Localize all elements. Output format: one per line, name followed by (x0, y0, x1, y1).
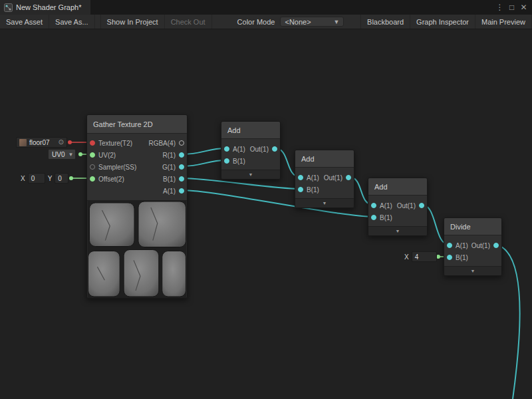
save-asset-button[interactable]: Save Asset (0, 15, 49, 29)
tab-new-shader-graph[interactable]: New Shader Graph* (0, 0, 90, 15)
port-row-r: R(1) (146, 149, 187, 161)
node-gather-texture-2d[interactable]: Gather Texture 2D Texture(T2) UV(2) Samp… (86, 114, 188, 299)
port-row-b: B(1) (368, 211, 427, 223)
output-ports-column: RGBA(4) R(1) G(1) B(1) A(1) (146, 137, 187, 197)
b-input-port[interactable] (447, 255, 452, 260)
close-icon[interactable]: ✕ (519, 3, 529, 12)
blackboard-toggle-button[interactable]: Blackboard (360, 15, 410, 29)
node-title[interactable]: Add (368, 178, 427, 196)
color-mode-value: <None> (285, 18, 311, 26)
offset-input-port[interactable] (90, 176, 95, 182)
a-input-port[interactable] (298, 175, 303, 180)
toolbar-spacer (344, 15, 360, 29)
port-row-out: Out(1) (247, 143, 280, 155)
divide-b-input[interactable]: 4 (412, 251, 437, 262)
out-output-port[interactable] (272, 146, 277, 152)
chevron-down-icon: ▼ (323, 201, 327, 205)
collapse-preview-button[interactable]: ▼ (221, 170, 280, 179)
check-out-button: Check Out (165, 15, 212, 29)
input-ports-column: Texture(T2) UV(2) Sampler(SS) Offset(2) (87, 137, 139, 197)
b-input-port[interactable] (224, 158, 229, 164)
b-output-port[interactable] (179, 176, 184, 182)
out-output-port[interactable] (419, 203, 424, 208)
graph-canvas[interactable]: floor07 ⊙ UV0 ▼ X 0 Y 0 Gather Texture 2… (0, 29, 532, 399)
node-add-2[interactable]: Add A(1) B(1) Out(1) ▼ (295, 150, 354, 208)
texture-input-port[interactable] (90, 140, 95, 146)
maximize-icon[interactable]: □ (507, 3, 517, 12)
shader-graph-icon (4, 3, 13, 12)
tab-title: New Shader Graph* (16, 3, 81, 11)
connector-dot-texture[interactable] (68, 140, 72, 144)
collapse-preview-button[interactable]: ▼ (444, 266, 501, 275)
port-row-sampler: Sampler(SS) (87, 161, 139, 173)
node-add-1[interactable]: Add A(1) B(1) Out(1) ▼ (221, 121, 281, 180)
connector-dot-uv[interactable] (78, 152, 82, 156)
node-preview-texture (87, 200, 187, 298)
node-add-3[interactable]: Add A(1) B(1) Out(1) ▼ (368, 178, 428, 236)
a-input-port[interactable] (224, 146, 229, 152)
port-row-texture: Texture(T2) (87, 137, 139, 149)
port-row-out: Out(1) (321, 172, 354, 184)
color-mode-dropdown[interactable]: <None> ▼ (280, 17, 344, 27)
port-row-out: Out(1) (469, 239, 501, 251)
node-title[interactable]: Add (221, 122, 280, 139)
chevron-down-icon: ▼ (471, 269, 475, 273)
save-as-button[interactable]: Save As... (49, 15, 95, 29)
port-row-b: B(1) (295, 184, 354, 196)
a-input-port[interactable] (447, 243, 452, 248)
object-picker-icon[interactable]: ⊙ (59, 139, 64, 146)
node-title[interactable]: Divide (444, 218, 501, 235)
out-output-port[interactable] (346, 175, 351, 180)
offset-y-input[interactable]: 0 (55, 173, 68, 184)
offset-vector2-field: X 0 Y 0 (21, 173, 68, 184)
port-row-b: B(1) (146, 173, 187, 185)
port-row-g: G(1) (146, 161, 187, 173)
port-row-b: B(1) (444, 251, 501, 263)
collapse-preview-button[interactable]: ▼ (368, 226, 427, 235)
connector-dot-offset[interactable] (69, 176, 73, 180)
graph-inspector-toggle-button[interactable]: Graph Inspector (410, 15, 475, 29)
wire-b-to-add2-b[interactable] (182, 178, 300, 189)
collapse-preview-button[interactable]: ▼ (295, 198, 354, 207)
port-row-a: A(1) (146, 185, 187, 197)
wire-g-to-add1-b[interactable] (182, 160, 226, 166)
divide-b-field: X 4 (404, 251, 437, 262)
connector-dot-divide-b[interactable] (436, 255, 440, 259)
uv-channel-value: UV0 (52, 151, 65, 158)
node-title[interactable]: Add (295, 150, 354, 168)
node-title[interactable]: Gather Texture 2D (87, 115, 187, 134)
sampler-input-port[interactable] (90, 164, 95, 170)
offset-x-input[interactable]: 0 (28, 173, 45, 184)
dropdown-arrow-icon: ▼ (68, 152, 73, 158)
kebab-menu-icon[interactable]: ⋮ (495, 3, 505, 12)
chevron-down-icon: ▼ (396, 229, 400, 233)
offset-x-label: X (21, 175, 25, 182)
window-titlebar: New Shader Graph* ⋮ □ ✕ (0, 0, 532, 15)
offset-y-label: Y (48, 175, 53, 182)
texture-name: floor07 (29, 139, 50, 146)
show-in-project-button[interactable]: Show In Project (100, 15, 165, 29)
g-output-port[interactable] (179, 164, 184, 170)
out-output-port[interactable] (493, 243, 499, 248)
texture-object-field[interactable]: floor07 ⊙ (16, 137, 67, 148)
edge-layer (0, 29, 532, 399)
color-mode-label: Color Mode (232, 15, 281, 29)
port-row-rgba: RGBA(4) (146, 137, 187, 149)
b-input-port[interactable] (371, 215, 376, 220)
port-row-offset: Offset(2) (87, 173, 139, 185)
b-input-port[interactable] (298, 187, 303, 192)
divide-b-label: X (404, 253, 409, 261)
a-input-port[interactable] (371, 203, 376, 208)
uv-channel-dropdown[interactable]: UV0 ▼ (48, 149, 76, 160)
main-preview-toggle-button[interactable]: Main Preview (475, 15, 532, 29)
uv-input-port[interactable] (90, 152, 95, 158)
wire-r-to-add1-a[interactable] (182, 148, 226, 154)
chevron-down-icon: ▼ (249, 172, 253, 177)
r-output-port[interactable] (179, 152, 184, 158)
a-output-port[interactable] (179, 188, 184, 194)
port-row-out: Out(1) (394, 200, 427, 211)
rgba-output-port[interactable] (179, 140, 184, 146)
dropdown-arrow-icon: ▼ (334, 19, 340, 25)
shader-graph-toolbar: Save Asset Save As... Show In Project Ch… (0, 15, 532, 29)
node-divide[interactable]: Divide A(1) B(1) Out(1) ▼ (444, 217, 502, 276)
